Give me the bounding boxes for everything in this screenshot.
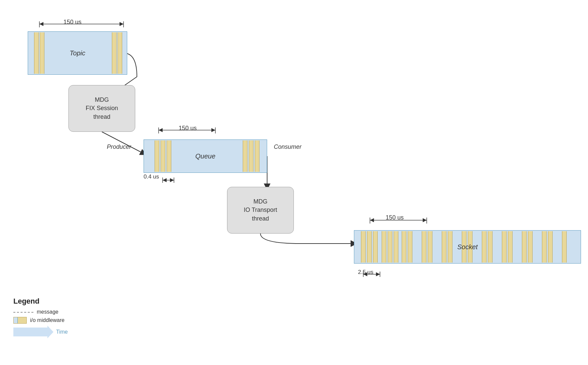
producer-label: Producer (107, 143, 131, 150)
mdg-io-label: MDG IO Transport thread (244, 198, 277, 223)
queue-box: Queue (144, 139, 267, 173)
queue-label: Queue (195, 152, 215, 160)
legend-io-icon (13, 317, 27, 324)
mdg-io-box: MDG IO Transport thread (227, 187, 294, 234)
legend-io-label: i/o middleware (30, 317, 64, 323)
legend-io-row: i/o middleware (13, 317, 68, 324)
legend-message-row: message (13, 309, 68, 315)
diagram: Topic 150 us MDG FIX Session thread 150 … (0, 0, 588, 365)
legend-message-label: message (37, 309, 58, 315)
queue-small-measurement-label: 0.4 us (144, 173, 159, 180)
legend-time-arrow-icon (13, 326, 53, 338)
topic-label: Topic (69, 49, 85, 57)
consumer-label: Consumer (274, 143, 302, 150)
legend-title: Legend (13, 297, 68, 306)
topic-box: Topic (28, 31, 127, 75)
socket-label: Socket (457, 243, 477, 251)
legend-time-label: Time (56, 329, 68, 335)
socket-box: Socket (354, 230, 581, 264)
mdg-fix-box: MDG FIX Session thread (68, 85, 135, 132)
socket-small-measurement-label: 2.5 us (358, 269, 373, 276)
legend: Legend message i/o middleware Time (13, 297, 68, 338)
legend-message-icon (13, 309, 33, 315)
queue-measurement-label: 150 us (179, 125, 197, 132)
legend-time-row: Time (13, 326, 68, 338)
socket-measurement-label: 150 us (386, 214, 404, 221)
mdg-fix-label: MDG FIX Session thread (85, 96, 118, 121)
topic-measurement-label: 150 us (63, 19, 81, 26)
